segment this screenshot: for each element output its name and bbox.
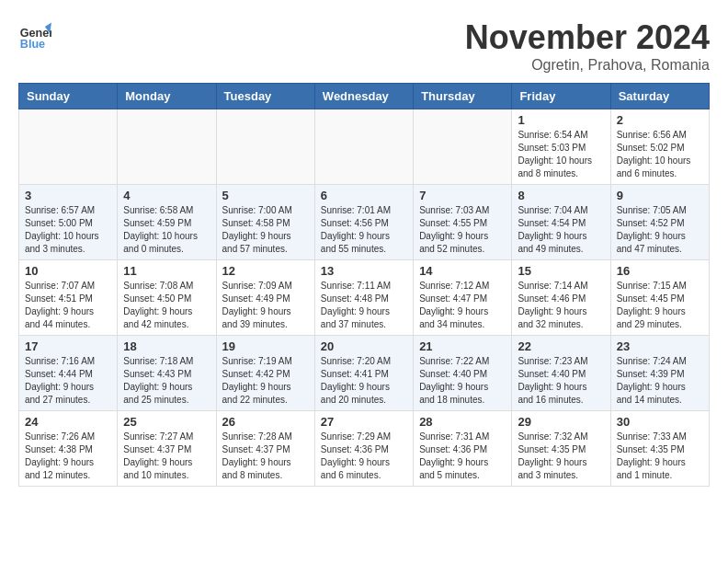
calendar-cell: 7Sunrise: 7:03 AM Sunset: 4:55 PM Daylig… [414, 185, 512, 260]
calendar-cell: 9Sunrise: 7:05 AM Sunset: 4:52 PM Daylig… [610, 185, 709, 260]
calendar-week-4: 17Sunrise: 7:16 AM Sunset: 4:44 PM Dayli… [19, 336, 710, 411]
calendar-cell: 6Sunrise: 7:01 AM Sunset: 4:56 PM Daylig… [314, 185, 413, 260]
day-number: 15 [518, 264, 604, 278]
day-info: Sunrise: 7:07 AM Sunset: 4:51 PM Dayligh… [25, 280, 111, 331]
calendar-cell: 16Sunrise: 7:15 AM Sunset: 4:45 PM Dayli… [610, 260, 709, 336]
calendar-week-3: 10Sunrise: 7:07 AM Sunset: 4:51 PM Dayli… [19, 260, 710, 336]
day-info: Sunrise: 6:58 AM Sunset: 4:59 PM Dayligh… [123, 204, 210, 256]
day-info: Sunrise: 7:12 AM Sunset: 4:47 PM Dayligh… [419, 280, 506, 331]
calendar-cell: 10Sunrise: 7:07 AM Sunset: 4:51 PM Dayli… [19, 260, 118, 336]
day-number: 22 [518, 339, 604, 353]
day-number: 30 [617, 415, 703, 429]
day-info: Sunrise: 7:23 AM Sunset: 4:40 PM Dayligh… [518, 355, 604, 407]
day-info: Sunrise: 7:19 AM Sunset: 4:42 PM Dayligh… [222, 355, 309, 407]
calendar-cell: 19Sunrise: 7:19 AM Sunset: 4:42 PM Dayli… [216, 336, 314, 411]
calendar-cell [314, 109, 413, 185]
calendar-cell: 24Sunrise: 7:26 AM Sunset: 4:38 PM Dayli… [19, 411, 118, 487]
calendar-cell: 2Sunrise: 6:56 AM Sunset: 5:02 PM Daylig… [610, 109, 709, 185]
calendar-cell: 23Sunrise: 7:24 AM Sunset: 4:39 PM Dayli… [610, 336, 709, 411]
day-number: 7 [419, 189, 506, 202]
day-number: 27 [321, 415, 407, 429]
calendar-table: SundayMondayTuesdayWednesdayThursdayFrid… [18, 83, 710, 487]
day-info: Sunrise: 7:14 AM Sunset: 4:46 PM Dayligh… [518, 280, 604, 331]
day-info: Sunrise: 6:57 AM Sunset: 5:00 PM Dayligh… [25, 204, 111, 256]
day-info: Sunrise: 7:32 AM Sunset: 4:35 PM Dayligh… [518, 431, 604, 482]
calendar-cell: 12Sunrise: 7:09 AM Sunset: 4:49 PM Dayli… [216, 260, 314, 336]
calendar-cell: 5Sunrise: 7:00 AM Sunset: 4:58 PM Daylig… [216, 185, 314, 260]
day-number: 3 [25, 189, 111, 202]
day-info: Sunrise: 7:22 AM Sunset: 4:40 PM Dayligh… [419, 355, 506, 407]
weekday-header-tuesday: Tuesday [216, 84, 314, 109]
day-info: Sunrise: 7:33 AM Sunset: 4:35 PM Dayligh… [617, 431, 703, 482]
day-number: 12 [222, 264, 309, 278]
day-info: Sunrise: 7:16 AM Sunset: 4:44 PM Dayligh… [25, 355, 111, 407]
location: Ogretin, Prahova, Romania [465, 57, 710, 74]
calendar-cell: 27Sunrise: 7:29 AM Sunset: 4:36 PM Dayli… [314, 411, 413, 487]
calendar-cell: 4Sunrise: 6:58 AM Sunset: 4:59 PM Daylig… [118, 185, 216, 260]
day-number: 2 [617, 113, 703, 127]
day-info: Sunrise: 7:03 AM Sunset: 4:55 PM Dayligh… [419, 204, 506, 256]
day-info: Sunrise: 7:26 AM Sunset: 4:38 PM Dayligh… [25, 431, 111, 482]
svg-text:Blue: Blue [20, 38, 45, 51]
title-block: November 2024 Ogretin, Prahova, Romania [465, 18, 710, 74]
day-info: Sunrise: 7:08 AM Sunset: 4:50 PM Dayligh… [123, 280, 210, 331]
day-number: 9 [617, 189, 703, 202]
calendar-cell [118, 109, 216, 185]
weekday-header-row: SundayMondayTuesdayWednesdayThursdayFrid… [19, 84, 710, 109]
weekday-header-thursday: Thursday [414, 84, 512, 109]
day-info: Sunrise: 7:04 AM Sunset: 4:54 PM Dayligh… [518, 204, 604, 256]
day-number: 24 [25, 415, 111, 429]
day-number: 1 [518, 113, 604, 127]
calendar-cell [19, 109, 118, 185]
weekday-header-saturday: Saturday [610, 84, 709, 109]
day-number: 21 [419, 339, 506, 353]
day-info: Sunrise: 7:18 AM Sunset: 4:43 PM Dayligh… [123, 355, 210, 407]
calendar-week-1: 1Sunrise: 6:54 AM Sunset: 5:03 PM Daylig… [19, 109, 710, 185]
calendar-cell: 11Sunrise: 7:08 AM Sunset: 4:50 PM Dayli… [118, 260, 216, 336]
calendar-cell: 14Sunrise: 7:12 AM Sunset: 4:47 PM Dayli… [414, 260, 512, 336]
day-number: 19 [222, 339, 309, 353]
calendar-cell: 18Sunrise: 7:18 AM Sunset: 4:43 PM Dayli… [118, 336, 216, 411]
day-info: Sunrise: 7:29 AM Sunset: 4:36 PM Dayligh… [321, 431, 407, 482]
calendar-cell: 1Sunrise: 6:54 AM Sunset: 5:03 PM Daylig… [512, 109, 610, 185]
calendar-cell: 29Sunrise: 7:32 AM Sunset: 4:35 PM Dayli… [512, 411, 610, 487]
calendar-cell: 17Sunrise: 7:16 AM Sunset: 4:44 PM Dayli… [19, 336, 118, 411]
day-number: 16 [617, 264, 703, 278]
calendar-cell: 13Sunrise: 7:11 AM Sunset: 4:48 PM Dayli… [314, 260, 413, 336]
logo-icon: General Blue [18, 18, 51, 52]
day-number: 20 [321, 339, 407, 353]
day-info: Sunrise: 6:56 AM Sunset: 5:02 PM Dayligh… [617, 129, 703, 180]
calendar-cell: 3Sunrise: 6:57 AM Sunset: 5:00 PM Daylig… [19, 185, 118, 260]
calendar-cell [216, 109, 314, 185]
calendar-cell: 26Sunrise: 7:28 AM Sunset: 4:37 PM Dayli… [216, 411, 314, 487]
day-number: 13 [321, 264, 407, 278]
logo: General Blue [18, 18, 51, 52]
calendar-cell: 8Sunrise: 7:04 AM Sunset: 4:54 PM Daylig… [512, 185, 610, 260]
day-number: 26 [222, 415, 309, 429]
day-info: Sunrise: 7:24 AM Sunset: 4:39 PM Dayligh… [617, 355, 703, 407]
day-info: Sunrise: 7:05 AM Sunset: 4:52 PM Dayligh… [617, 204, 703, 256]
day-number: 11 [123, 264, 210, 278]
day-info: Sunrise: 7:00 AM Sunset: 4:58 PM Dayligh… [222, 204, 309, 256]
day-number: 29 [518, 415, 604, 429]
month-title: November 2024 [465, 18, 710, 57]
calendar-cell: 15Sunrise: 7:14 AM Sunset: 4:46 PM Dayli… [512, 260, 610, 336]
day-number: 6 [321, 189, 407, 202]
weekday-header-friday: Friday [512, 84, 610, 109]
day-number: 17 [25, 339, 111, 353]
day-number: 4 [123, 189, 210, 202]
calendar-cell: 21Sunrise: 7:22 AM Sunset: 4:40 PM Dayli… [414, 336, 512, 411]
weekday-header-wednesday: Wednesday [314, 84, 413, 109]
calendar-cell: 22Sunrise: 7:23 AM Sunset: 4:40 PM Dayli… [512, 336, 610, 411]
weekday-header-monday: Monday [118, 84, 216, 109]
weekday-header-sunday: Sunday [19, 84, 118, 109]
day-number: 18 [123, 339, 210, 353]
day-info: Sunrise: 7:27 AM Sunset: 4:37 PM Dayligh… [123, 431, 210, 482]
calendar-cell [414, 109, 512, 185]
day-info: Sunrise: 7:20 AM Sunset: 4:41 PM Dayligh… [321, 355, 407, 407]
page-header: General Blue November 2024 Ogretin, Prah… [18, 18, 710, 74]
day-info: Sunrise: 7:31 AM Sunset: 4:36 PM Dayligh… [419, 431, 506, 482]
calendar-week-5: 24Sunrise: 7:26 AM Sunset: 4:38 PM Dayli… [19, 411, 710, 487]
day-number: 5 [222, 189, 309, 202]
day-number: 14 [419, 264, 506, 278]
